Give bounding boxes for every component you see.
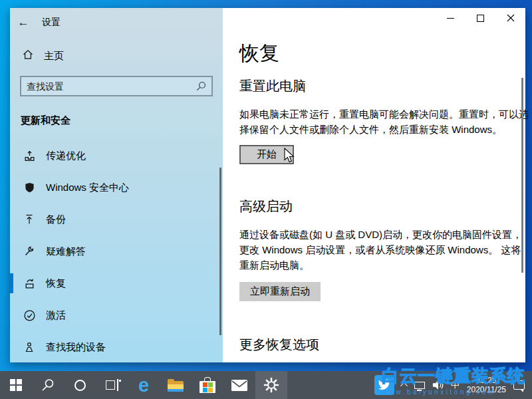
sidebar-item-delivery-optimization[interactable]: 传递优化 (10, 140, 223, 172)
gear-icon (263, 377, 279, 393)
store-button[interactable] (192, 371, 223, 399)
close-button[interactable] (495, 8, 525, 28)
sidebar-item-label: 备份 (46, 213, 66, 226)
sidebar-item-label: 恢复 (46, 277, 66, 290)
taskbar-clock[interactable]: 13:25 2020/11/25 (463, 376, 510, 394)
main-content: 恢复 重置此电脑 如果电脑未正常运行，重置电脑可能会解决问题。重置时，可以选择保… (239, 41, 529, 382)
task-view-button[interactable] (96, 371, 128, 399)
sidebar-nav: 传递优化 Windows 安全中心 备份 (10, 140, 223, 363)
back-button[interactable]: ← (10, 16, 37, 29)
sidebar-home-label: 主页 (44, 50, 64, 63)
sidebar-item-label: 查找我的设备 (46, 341, 106, 354)
close-icon (507, 14, 515, 22)
ime-label: 中 (451, 379, 460, 391)
tray-expand-button[interactable] (399, 371, 411, 399)
sidebar-item-label: 激活 (46, 309, 66, 322)
sidebar-item-windows-security[interactable]: Windows 安全中心 (10, 172, 223, 203)
speaker-icon (432, 380, 444, 390)
restart-now-button[interactable]: 立即重新启动 (239, 282, 321, 301)
sidebar-item-backup[interactable]: 备份 (10, 203, 223, 235)
search-icon[interactable] (196, 81, 206, 91)
cortana-icon (74, 380, 86, 391)
sidebar: ← 设置 主页 更新和安全 (10, 8, 223, 362)
backup-icon (22, 213, 37, 225)
minimize-icon (447, 18, 454, 19)
advanced-startup-description: 通过设备或磁盘(如 U 盘或 DVD)启动，更改你的电脑固件设置，更改 Wind… (239, 227, 529, 273)
system-tray: 中 13:25 2020/11/25 (370, 371, 532, 399)
file-explorer-button[interactable] (160, 371, 192, 399)
maximize-button[interactable] (466, 8, 495, 28)
taskbar: e (0, 371, 532, 399)
search-box[interactable] (20, 76, 213, 96)
clock-date: 2020/11/25 (467, 385, 506, 394)
wrench-icon (22, 245, 37, 257)
ime-indicator[interactable]: 中 (448, 371, 463, 399)
recovery-icon (22, 277, 37, 290)
taskbar-search-button[interactable] (32, 371, 64, 399)
windows-logo-icon (10, 379, 22, 391)
edge-button[interactable]: e (128, 371, 160, 399)
reset-description: 如果电脑未正常运行，重置电脑可能会解决问题。重置时，可以选择保留个人文件或删除个… (239, 106, 529, 137)
selection-indicator (10, 273, 13, 293)
cortana-button[interactable] (64, 371, 96, 399)
sidebar-item-label: 疑难解答 (46, 245, 86, 258)
search-input[interactable] (21, 81, 196, 92)
sidebar-item-label: Windows 安全中心 (46, 182, 129, 194)
delivery-optimization-icon (22, 150, 37, 162)
get-started-button[interactable]: 开始 (239, 145, 294, 164)
page-title: 恢复 (239, 41, 529, 65)
section-heading-reset: 重置此电脑 (239, 77, 529, 94)
notification-icon (513, 380, 525, 390)
minimize-button[interactable] (436, 8, 466, 28)
volume-tray-button[interactable] (428, 371, 448, 399)
section-heading-more-recovery-options: 更多恢复选项 (239, 336, 529, 353)
network-tray-button[interactable] (411, 371, 428, 399)
edge-icon: e (138, 376, 149, 395)
network-icon (414, 382, 425, 389)
settings-window: ← 设置 主页 更新和安全 (10, 8, 525, 362)
sidebar-item-troubleshoot[interactable]: 疑难解答 (10, 235, 223, 267)
action-center-button[interactable] (510, 371, 528, 399)
settings-taskbar-button[interactable] (255, 371, 287, 399)
twitter-icon (374, 375, 394, 395)
mail-button[interactable] (223, 371, 255, 399)
folder-icon (168, 379, 184, 392)
search-icon (41, 378, 55, 392)
activation-icon (22, 309, 37, 322)
section-heading-advanced-startup: 高级启动 (239, 198, 529, 215)
sidebar-section-title: 更新和安全 (21, 114, 70, 127)
start-button[interactable] (0, 371, 32, 399)
window-controls (436, 8, 525, 28)
mail-icon (231, 380, 247, 391)
clock-time: 13:25 (467, 376, 506, 385)
sidebar-scrollbar[interactable] (219, 168, 221, 335)
store-icon (200, 377, 215, 393)
shield-icon (22, 182, 37, 194)
sidebar-item-recovery[interactable]: 恢复 (10, 267, 223, 299)
chevron-up-icon (400, 382, 408, 390)
content-pane: 恢复 重置此电脑 如果电脑未正常运行，重置电脑可能会解决问题。重置时，可以选择保… (223, 8, 525, 362)
task-view-icon (106, 379, 118, 391)
home-icon (22, 49, 34, 63)
maximize-icon (477, 15, 484, 22)
sidebar-item-label: 传递优化 (46, 150, 86, 162)
titlebar: ← 设置 (10, 8, 61, 37)
window-title: 设置 (42, 17, 61, 29)
desktop: ← 设置 主页 更新和安全 (0, 0, 532, 399)
sidebar-item-home[interactable]: 主页 (22, 49, 64, 63)
sidebar-item-activation[interactable]: 激活 (10, 299, 223, 331)
twitter-button[interactable] (370, 371, 399, 399)
sidebar-item-find-my-device[interactable]: 查找我的设备 (10, 331, 223, 363)
content-scrollbar[interactable] (521, 78, 523, 273)
find-device-icon (22, 341, 37, 353)
